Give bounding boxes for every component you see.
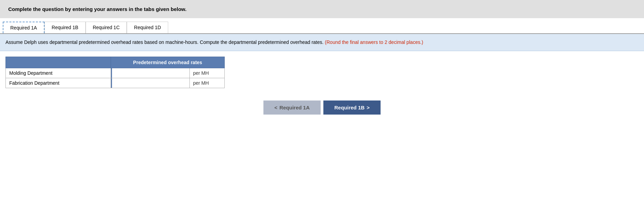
fabrication-dept-input-cell [111,78,189,88]
fabrication-dept-input[interactable] [111,78,189,88]
question-main-text: Assume Delph uses departmental predeterm… [5,39,323,45]
molding-dept-input[interactable] [111,68,189,78]
fabrication-dept-per-mh: per MH [189,78,224,88]
next-label: Required 1B [334,105,364,110]
table-row: Molding Department per MH [6,68,225,78]
next-icon: > [367,105,370,110]
instruction-text: Complete the question by entering your a… [8,6,186,12]
instruction-bar: Complete the question by entering your a… [0,0,644,18]
molding-dept-input-cell [111,68,189,78]
table-header-empty [6,57,111,68]
tab-required-1d[interactable]: Required 1D [127,22,168,33]
tab-required-1b[interactable]: Required 1B [45,22,86,33]
molding-dept-per-mh: per MH [189,68,224,78]
molding-dept-label: Molding Department [6,68,111,78]
tab-required-1a[interactable]: Required 1A [3,22,45,33]
prev-label: Required 1A [280,105,310,110]
tab-required-1c[interactable]: Required 1C [86,22,127,33]
navigation-bar: < Required 1A Required 1B > [0,94,644,118]
prev-button[interactable]: < Required 1A [263,100,321,115]
table-container: Predetermined overhead rates Molding Dep… [0,51,644,94]
question-highlight-text: (Round the final answers to 2 decimal pl… [325,39,423,45]
fabrication-dept-label: Fabrication Department [6,78,111,88]
next-button[interactable]: Required 1B > [323,100,381,115]
tabs-container: Required 1A Required 1B Required 1C Requ… [0,18,644,34]
table-row: Fabrication Department per MH [6,78,225,88]
overhead-rates-table: Predetermined overhead rates Molding Dep… [5,57,225,88]
table-header-rates: Predetermined overhead rates [111,57,224,68]
question-area: Assume Delph uses departmental predeterm… [0,34,644,51]
prev-icon: < [274,105,277,110]
